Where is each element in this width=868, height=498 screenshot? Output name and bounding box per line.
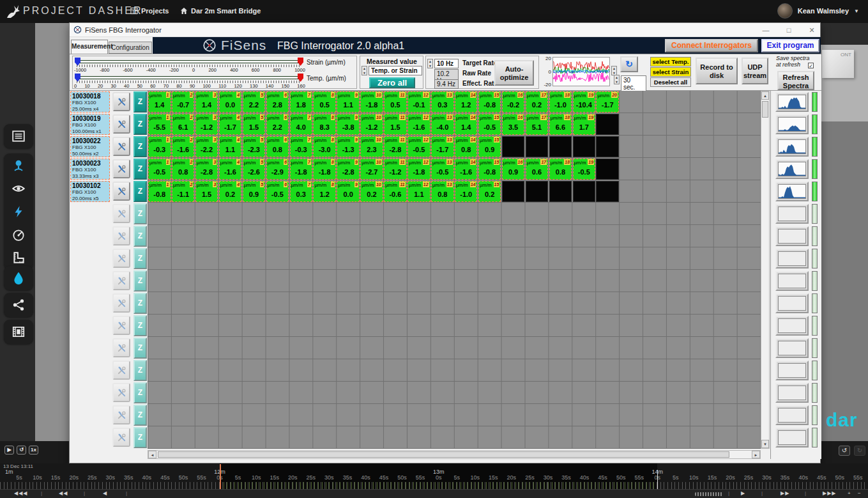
close-button[interactable]: ✕ — [807, 26, 816, 35]
vertical-scrollbar[interactable]: ▲ ▼ — [761, 91, 770, 449]
device-settings-button[interactable] — [112, 249, 130, 268]
select-strain-button[interactable]: select Strain — [650, 67, 691, 77]
scrub-back[interactable]: ◀◀ — [59, 490, 68, 496]
select-temp-button[interactable]: select Temp. — [650, 57, 691, 66]
zero-device-button[interactable]: Z — [133, 159, 147, 180]
interval-field[interactable]: 30 sec. — [621, 75, 646, 92]
droplet-icon[interactable] — [11, 271, 26, 285]
rate-value-field[interactable]: 10 Hz — [434, 59, 459, 68]
tab-measurement[interactable]: Measurement — [71, 40, 108, 54]
tab-configuration[interactable]: Configuration — [109, 42, 152, 54]
horizontal-scroll-thumb[interactable] — [158, 451, 729, 458]
timeline-scrubber[interactable]: ◀◀◀|◀◀|◀||▶|▶▶|▶▶▶+− — [0, 489, 868, 498]
refresh-interval-button[interactable]: ↻ — [620, 56, 638, 72]
device-settings-button[interactable] — [112, 204, 130, 223]
refresh-spectra-button[interactable]: Refresh Spectra — [777, 71, 814, 90]
device-settings-button[interactable] — [112, 92, 130, 111]
device-settings-button[interactable] — [112, 361, 130, 380]
speed-button[interactable]: 1x — [29, 446, 38, 455]
ruler-icon[interactable] — [11, 251, 26, 265]
zero-device-button[interactable]: Z — [133, 136, 147, 157]
film-icon[interactable] — [11, 325, 26, 339]
scrub-fwd-fast[interactable]: ▶▶▶ — [823, 490, 836, 496]
zoom-out[interactable]: − — [858, 490, 862, 496]
auto-optimize-button[interactable]: Auto-optimize — [494, 60, 534, 86]
device-info[interactable]: 10030019FBG X100100.00ms x1 — [70, 114, 110, 135]
scrubber-dots[interactable] — [695, 492, 723, 496]
device-settings-button[interactable] — [112, 338, 130, 357]
list-icon[interactable] — [11, 129, 26, 143]
play-button[interactable]: ▶ — [4, 446, 14, 455]
device-settings-button[interactable] — [112, 271, 130, 290]
device-settings-button[interactable] — [112, 137, 130, 156]
device-settings-button[interactable] — [112, 405, 130, 424]
device-settings-button[interactable] — [112, 383, 130, 402]
horizontal-scrollbar[interactable]: ◄ ► — [148, 450, 761, 459]
breadcrumb[interactable]: Dar 2m Smart Bridge — [180, 7, 261, 15]
scrub-fwd-slow[interactable]: ▶ — [741, 490, 745, 496]
zero-device-button[interactable]: Z — [133, 338, 147, 359]
strain-slider[interactable] — [77, 60, 301, 63]
zero-device-button[interactable]: Z — [133, 427, 147, 448]
timeline-bar[interactable]: 1m5s10s15s20s25s30s35s40s45s50s55s12m0s5… — [0, 463, 868, 498]
connect-interrogators-button[interactable]: Connect Interrogators — [665, 39, 758, 52]
zero-device-button[interactable]: Z — [133, 181, 147, 202]
eye-icon[interactable] — [11, 182, 26, 196]
save-spectra-checkbox[interactable]: ✓ — [808, 63, 814, 68]
minimize-button[interactable]: — — [761, 26, 770, 34]
measured-value-select[interactable]: Temp. or Strain — [369, 66, 422, 75]
record-to-disk-button[interactable]: Record to disk — [696, 58, 738, 84]
scroll-right-icon[interactable]: ► — [752, 451, 760, 458]
timeline-redo-button[interactable]: ↻ — [854, 446, 865, 456]
device-info[interactable]: 10030022FBG X10050.00ms x2 — [70, 136, 110, 157]
zero-device-button[interactable]: Z — [133, 270, 147, 292]
share-icon[interactable] — [11, 298, 26, 312]
scrub-fwd[interactable]: ▶▶ — [780, 490, 789, 496]
rate-spinner[interactable]: ▲▼ — [427, 59, 433, 68]
measured-value-spinner[interactable]: ▲▼ — [362, 66, 367, 75]
scrub-back-slow[interactable]: ◀ — [103, 490, 107, 496]
device-info[interactable]: 10030102FBG X10020.00ms x5 — [70, 181, 110, 202]
scroll-down-icon[interactable]: ▼ — [761, 440, 769, 448]
deselect-all-button[interactable]: Deselect all — [650, 77, 691, 87]
zero-device-button[interactable]: Z — [133, 114, 147, 135]
nav-projects[interactable]: Projects — [130, 7, 169, 15]
scroll-up-icon[interactable]: ▲ — [761, 91, 769, 100]
loop-button[interactable]: ↺ — [17, 446, 26, 455]
zero-all-button[interactable]: Zero all — [369, 77, 415, 88]
zero-device-button[interactable]: Z — [133, 315, 147, 336]
udp-stream-button[interactable]: UDP stream — [742, 58, 768, 84]
device-settings-button[interactable] — [112, 316, 130, 335]
device-settings-button[interactable] — [112, 159, 130, 178]
device-settings-button[interactable] — [112, 293, 130, 313]
exit-program-button[interactable]: Exit program — [761, 39, 819, 52]
window-title-bar[interactable]: FiSens FBG Interrogator — □ ✕ — [70, 23, 820, 37]
device-settings-button[interactable] — [112, 114, 130, 134]
device-settings-button[interactable] — [112, 428, 130, 447]
noise-chart-spinner[interactable]: ▲▼ — [611, 66, 617, 75]
device-info[interactable]: 10030023FBG X10033.33ms x3 — [70, 159, 110, 180]
scrub-back-fast[interactable]: ◀◀◀ — [14, 490, 27, 496]
view-cube[interactable]: ONT — [822, 50, 854, 78]
zero-device-button[interactable]: Z — [133, 293, 147, 314]
lightning-icon[interactable] — [11, 205, 26, 219]
temp-slider[interactable] — [77, 76, 301, 79]
zoom-in[interactable]: + — [848, 490, 851, 496]
vertical-scroll-thumb[interactable] — [762, 101, 768, 118]
gauge-icon[interactable] — [11, 228, 26, 242]
zero-device-button[interactable]: Z — [133, 248, 147, 269]
scroll-left-icon[interactable]: ◄ — [148, 451, 156, 458]
zero-device-button[interactable]: Z — [133, 405, 147, 426]
interval-spinner[interactable]: ▲▼ — [614, 75, 620, 84]
zero-device-button[interactable]: Z — [133, 203, 147, 224]
timeline-undo-button[interactable]: ↺ — [839, 446, 850, 456]
device-settings-button[interactable] — [112, 226, 130, 245]
zero-device-button[interactable]: Z — [133, 91, 147, 113]
maximize-button[interactable]: □ — [784, 26, 793, 34]
user-menu[interactable]: Kean Walmsley ▼ — [777, 3, 859, 19]
pin-probe-icon[interactable] — [11, 159, 26, 173]
zero-device-button[interactable]: Z — [133, 382, 147, 403]
zero-device-button[interactable]: Z — [133, 360, 147, 381]
timeline-playhead[interactable] — [220, 464, 221, 489]
device-settings-button[interactable] — [112, 182, 130, 201]
